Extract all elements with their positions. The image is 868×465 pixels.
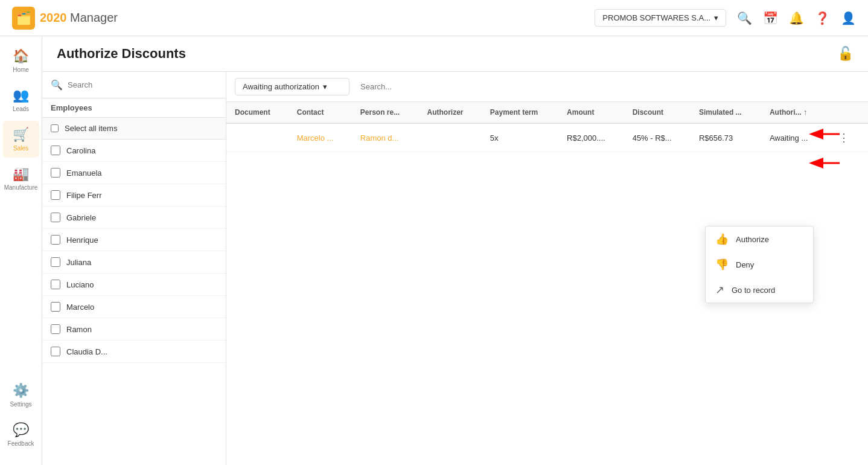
list-item[interactable]: Claudia D...	[42, 341, 226, 363]
context-menu-deny[interactable]: 👎 Deny	[706, 252, 813, 277]
employee-checkbox[interactable]	[51, 257, 60, 267]
employee-list: Select all items Carolina Emanuela Filip…	[42, 118, 226, 465]
cell-actions: ⋮	[826, 123, 868, 152]
employee-checkbox[interactable]	[51, 324, 60, 334]
left-panel: 🔍 Employees Select all items Carolina	[42, 72, 226, 465]
select-all-checkbox[interactable]	[51, 124, 59, 132]
cell-authori: Awaiting ...	[761, 123, 826, 152]
employee-name: Luciano	[66, 280, 94, 289]
page-header: Authorize Discounts 🔓	[42, 36, 868, 72]
col-contact: Contact	[289, 102, 352, 123]
employee-name: Gabriele	[66, 213, 96, 222]
external-link-icon: ↗	[715, 283, 724, 297]
main-layout: 🏠 Home 👥 Leads 🛒 Sales 🏭 Manufacture ⚙️ …	[0, 36, 868, 465]
list-item[interactable]: Filipe Ferr	[42, 184, 226, 207]
status-label: Awaiting authorization	[243, 82, 319, 91]
sidebar-item-leads[interactable]: 👥 Leads	[3, 82, 39, 118]
employee-checkbox[interactable]	[51, 213, 60, 222]
user-icon[interactable]: 👤	[841, 11, 856, 25]
go-to-record-label: Go to record	[732, 286, 775, 295]
employee-checkbox[interactable]	[51, 168, 60, 178]
list-item[interactable]: Gabriele	[42, 207, 226, 229]
context-menu-authorize[interactable]: 👍 Authorize	[706, 226, 813, 252]
deny-label: Deny	[736, 260, 754, 269]
employee-checkbox[interactable]	[51, 302, 60, 312]
content-area: Authorize Discounts 🔓 🔍 Employees Select…	[42, 36, 868, 465]
page-title: Authorize Discounts	[57, 46, 186, 62]
list-item[interactable]: Luciano	[42, 274, 226, 296]
list-item[interactable]: Henrique	[42, 229, 226, 251]
employee-checkbox[interactable]	[51, 347, 60, 356]
list-item[interactable]: Emanuela	[42, 162, 226, 184]
sidebar-item-label-settings: Settings	[10, 401, 31, 408]
cell-document	[226, 123, 289, 152]
settings-icon: ⚙️	[13, 383, 29, 399]
company-selector[interactable]: PROMOB SOFTWARES S.A... ▾	[595, 9, 726, 27]
feedback-icon: 💬	[13, 422, 29, 438]
person-link[interactable]: Ramon d...	[360, 133, 399, 143]
search-input[interactable]	[68, 80, 217, 89]
help-icon[interactable]: ❓	[815, 11, 830, 25]
thumbs-up-icon: 👍	[715, 232, 729, 246]
cell-amount: R$2,000....	[558, 123, 624, 152]
cell-payment-term: 5x	[482, 123, 558, 152]
list-item[interactable]: Juliana	[42, 251, 226, 274]
employee-checkbox[interactable]	[51, 280, 60, 289]
sales-icon: 🛒	[13, 127, 29, 143]
home-icon: 🏠	[13, 48, 29, 64]
company-name: PROMOB SOFTWARES S.A...	[602, 13, 710, 22]
list-item[interactable]: Marcelo	[42, 296, 226, 318]
select-all-label: Select all items	[65, 124, 117, 133]
search-icon-left: 🔍	[51, 79, 63, 91]
col-authori: Authori... ↑	[761, 102, 826, 123]
filter-search-input[interactable]	[356, 79, 860, 95]
thumbs-down-icon: 👎	[715, 258, 729, 271]
employee-checkbox[interactable]	[51, 190, 60, 200]
topbar-right: PROMOB SOFTWARES S.A... ▾ 🔍 📅 🔔 ❓ 👤	[595, 9, 856, 27]
logo-icon: 🗂️	[12, 7, 35, 30]
leads-icon: 👥	[13, 88, 29, 103]
list-item[interactable]: Carolina	[42, 140, 226, 162]
col-person-re: Person re...	[352, 102, 419, 123]
employee-checkbox[interactable]	[51, 235, 60, 245]
bell-icon[interactable]: 🔔	[789, 11, 804, 25]
employee-name: Emanuela	[66, 168, 102, 178]
sidebar-item-label-manufacture: Manufacture	[4, 184, 38, 191]
data-table: Document Contact Person re... Authorizer…	[226, 102, 868, 152]
list-item[interactable]: Ramon	[42, 318, 226, 341]
col-document: Document	[226, 102, 289, 123]
col-simulated: Simulated ...	[691, 102, 761, 123]
cell-simulated: R$656.73	[691, 123, 761, 152]
lock-icon[interactable]: 🔓	[837, 46, 854, 62]
col-payment-term: Payment term	[482, 102, 558, 123]
sidebar-item-manufacture[interactable]: 🏭 Manufacture	[3, 160, 39, 197]
status-dropdown[interactable]: Awaiting authorization ▾	[235, 78, 349, 95]
logo-text: 2020 Manager	[40, 11, 118, 25]
contact-link[interactable]: Marcelo ...	[297, 133, 334, 143]
employee-name: Henrique	[66, 236, 98, 245]
context-menu-go-to-record[interactable]: ↗ Go to record	[706, 277, 813, 303]
search-box: 🔍	[42, 72, 226, 98]
employee-checkbox[interactable]	[51, 146, 60, 155]
dropdown-arrow-icon: ▾	[323, 82, 327, 91]
sidebar: 🏠 Home 👥 Leads 🛒 Sales 🏭 Manufacture ⚙️ …	[0, 36, 42, 465]
cell-person-re: Ramon d...	[352, 123, 419, 152]
row-actions-button[interactable]: ⋮	[835, 130, 853, 146]
sidebar-item-home[interactable]: 🏠 Home	[3, 42, 39, 79]
sidebar-item-settings[interactable]: ⚙️ Settings	[3, 377, 39, 414]
context-menu: 👍 Authorize 👎 Deny ↗ Go to record	[705, 226, 814, 303]
table-header-row: Document Contact Person re... Authorizer…	[226, 102, 868, 123]
sidebar-item-sales[interactable]: 🛒 Sales	[3, 121, 39, 158]
sidebar-item-label-sales: Sales	[13, 145, 28, 152]
employee-name: Claudia D...	[66, 347, 107, 356]
company-dropdown-icon: ▾	[714, 13, 718, 22]
employee-name: Ramon	[66, 325, 92, 334]
employee-name: Filipe Ferr	[66, 191, 102, 200]
sidebar-item-label-home: Home	[13, 66, 29, 73]
topbar: 🗂️ 2020 Manager PROMOB SOFTWARES S.A... …	[0, 0, 868, 36]
select-all-item[interactable]: Select all items	[42, 118, 226, 140]
sidebar-item-feedback[interactable]: 💬 Feedback	[3, 416, 39, 453]
employee-name: Juliana	[66, 258, 91, 267]
search-icon[interactable]: 🔍	[737, 11, 752, 25]
calendar-icon[interactable]: 📅	[763, 11, 778, 25]
